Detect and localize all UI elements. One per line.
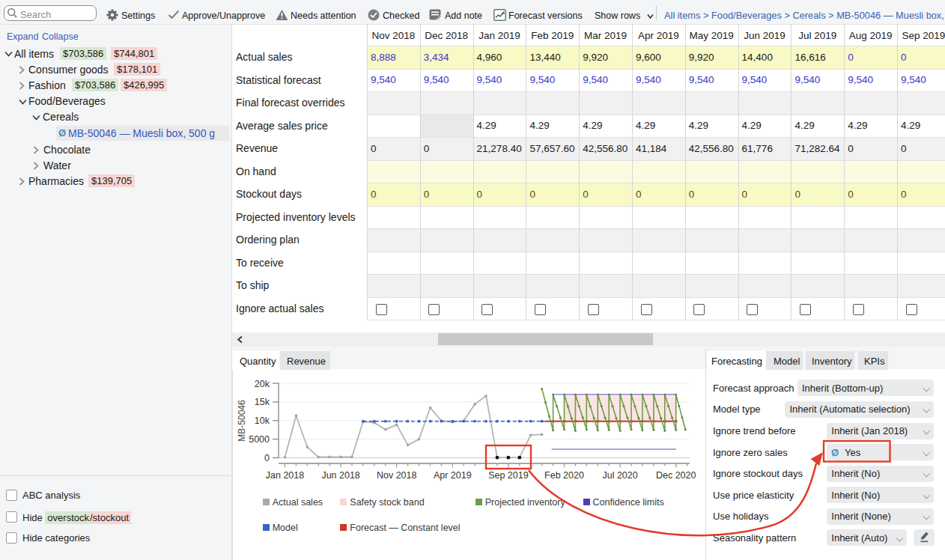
svg-text:5000: 5000 bbox=[249, 434, 270, 445]
svg-text:Dec 2020: Dec 2020 bbox=[656, 470, 696, 481]
svg-text:Apr 2019: Apr 2019 bbox=[434, 470, 472, 481]
svg-text:Jan 2018: Jan 2018 bbox=[266, 470, 304, 481]
svg-text:15k: 15k bbox=[255, 397, 270, 407]
svg-text:Jun 2018: Jun 2018 bbox=[321, 470, 359, 481]
svg-text:MB-50046: MB-50046 bbox=[237, 400, 247, 442]
svg-text:Sep 2019: Sep 2019 bbox=[488, 470, 529, 481]
svg-text:Nov 2018: Nov 2018 bbox=[377, 470, 417, 481]
svg-text:20k: 20k bbox=[255, 379, 270, 389]
svg-text:10k: 10k bbox=[255, 416, 270, 426]
svg-text:Feb 2020: Feb 2020 bbox=[544, 470, 584, 481]
svg-text:0: 0 bbox=[264, 453, 270, 463]
svg-text:Jul 2020: Jul 2020 bbox=[602, 470, 637, 481]
